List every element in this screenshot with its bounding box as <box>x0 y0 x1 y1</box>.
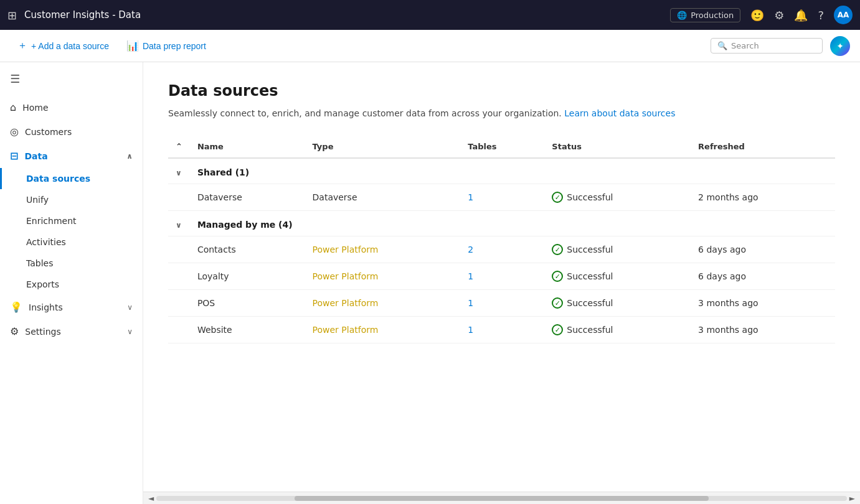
unify-label: Unify <box>26 195 49 205</box>
source-refreshed: 3 months ago <box>691 290 835 317</box>
sidebar-item-tables[interactable]: Tables <box>0 253 143 274</box>
layout: ☰ ⌂ Home ◎ Customers ⊟ Data ∧ Data sourc… <box>0 62 860 504</box>
gear-icon[interactable]: ⚙ <box>774 9 784 22</box>
table-row[interactable]: Dataverse Dataverse 1 ✓ Successful 2 mon… <box>168 184 835 211</box>
learn-link[interactable]: Learn about data sources <box>564 108 675 118</box>
horizontal-scrollbar[interactable]: ◄ ► <box>143 492 860 504</box>
col-sort[interactable]: ⌃ <box>168 136 190 158</box>
source-status: ✓ Successful <box>544 236 691 263</box>
copilot-button[interactable]: ✦ <box>830 36 850 56</box>
source-name: Dataverse <box>190 184 305 211</box>
settings-icon: ⚙ <box>10 325 19 337</box>
env-icon: 🌐 <box>677 11 687 20</box>
row-indent <box>168 317 190 343</box>
group-chevron[interactable]: ∨ <box>168 158 190 184</box>
tables-label: Tables <box>26 258 54 268</box>
scroll-thumb <box>295 496 709 501</box>
table-row[interactable]: Loyalty Power Platform 1 ✓ Successful 6 … <box>168 263 835 290</box>
bell-icon[interactable]: 🔔 <box>794 9 808 22</box>
sidebar-item-home[interactable]: ⌂ Home <box>0 95 143 119</box>
chevron-up-icon: ∧ <box>126 152 133 161</box>
page-title: Data sources <box>168 82 835 100</box>
environment-selector[interactable]: 🌐 Production <box>670 8 740 22</box>
source-name: Loyalty <box>190 263 305 290</box>
source-type: Power Platform <box>305 317 461 343</box>
sidebar-item-unify[interactable]: Unify <box>0 189 143 210</box>
sidebar-item-data-sources[interactable]: Data sources <box>0 168 143 189</box>
source-status: ✓ Successful <box>544 317 691 343</box>
sidebar-item-insights[interactable]: 💡 Insights ∨ <box>0 295 143 319</box>
col-tables[interactable]: Tables <box>460 136 544 158</box>
source-tables: 1 <box>460 317 544 343</box>
status-success-icon: ✓ <box>552 324 563 335</box>
source-refreshed: 3 months ago <box>691 317 835 343</box>
sidebar-item-activities[interactable]: Activities <box>0 231 143 253</box>
top-nav: ⊞ Customer Insights - Data 🌐 Production … <box>0 0 860 30</box>
sidebar-item-customers[interactable]: ◎ Customers <box>0 119 143 144</box>
source-type: Dataverse <box>305 184 461 211</box>
topnav-right: 🌐 Production 🙂 ⚙ 🔔 ? AA <box>670 6 853 24</box>
sidebar-data-label: Data <box>24 151 47 161</box>
row-indent <box>168 263 190 290</box>
status-text: Successful <box>567 298 613 308</box>
enrichment-label: Enrichment <box>26 216 77 226</box>
status-text: Successful <box>567 325 613 335</box>
page-subtitle: Seamlessly connect to, enrich, and manag… <box>168 108 835 118</box>
table-row[interactable]: Contacts Power Platform 2 ✓ Successful 6… <box>168 236 835 263</box>
search-icon: 🔍 <box>717 41 727 50</box>
source-refreshed: 6 days ago <box>691 263 835 290</box>
source-name: Contacts <box>190 236 305 263</box>
table-row[interactable]: POS Power Platform 1 ✓ Successful 3 mont… <box>168 290 835 317</box>
col-type[interactable]: Type <box>305 136 461 158</box>
activities-label: Activities <box>26 237 66 247</box>
status-success-icon: ✓ <box>552 192 563 203</box>
group-label: Managed by me (4) <box>190 211 835 236</box>
sidebar: ☰ ⌂ Home ◎ Customers ⊟ Data ∧ Data sourc… <box>0 62 143 504</box>
row-indent <box>168 290 190 317</box>
sidebar-item-data[interactable]: ⊟ Data ∧ <box>0 144 143 168</box>
plus-icon: ＋ <box>17 39 27 52</box>
source-tables: 1 <box>460 290 544 317</box>
search-box[interactable]: 🔍 Search <box>711 38 823 54</box>
col-status[interactable]: Status <box>544 136 691 158</box>
table-row[interactable]: Website Power Platform 1 ✓ Successful 3 … <box>168 317 835 343</box>
help-icon[interactable]: ? <box>818 9 824 22</box>
group-row-shared[interactable]: ∨ Shared (1) <box>168 158 835 184</box>
sidebar-item-enrichment[interactable]: Enrichment <box>0 210 143 231</box>
status-success-icon: ✓ <box>552 297 563 309</box>
source-refreshed: 2 months ago <box>691 184 835 211</box>
group-label: Shared (1) <box>190 158 835 184</box>
sidebar-item-exports[interactable]: Exports <box>0 274 143 295</box>
source-tables: 2 <box>460 236 544 263</box>
source-type: Power Platform <box>305 263 461 290</box>
scroll-track[interactable] <box>156 496 847 501</box>
report-icon: 📊 <box>126 40 139 52</box>
add-datasource-button[interactable]: ＋ + Add a data source <box>10 35 116 56</box>
data-sources-table: ⌃ Name Type Tables Status Refreshed ∨ Sh… <box>168 136 835 343</box>
scroll-right-arrow[interactable]: ► <box>849 494 855 503</box>
exports-label: Exports <box>26 279 59 289</box>
page-content: Data sources Seamlessly connect to, enri… <box>143 62 860 492</box>
status-text: Successful <box>567 245 613 254</box>
status-text: Successful <box>567 192 613 202</box>
sidebar-item-settings[interactable]: ⚙ Settings ∨ <box>0 319 143 343</box>
group-row-managed[interactable]: ∨ Managed by me (4) <box>168 211 835 236</box>
source-status: ✓ Successful <box>544 184 691 211</box>
source-tables: 1 <box>460 184 544 211</box>
col-name[interactable]: Name <box>190 136 305 158</box>
scroll-left-arrow[interactable]: ◄ <box>148 494 154 503</box>
sidebar-settings-label: Settings <box>25 327 60 337</box>
hamburger-menu[interactable]: ☰ <box>0 67 143 95</box>
group-chevron[interactable]: ∨ <box>168 211 190 236</box>
smiley-icon[interactable]: 🙂 <box>750 9 764 22</box>
grid-icon[interactable]: ⊞ <box>7 9 17 22</box>
env-label: Production <box>691 11 734 20</box>
copilot-icon: ✦ <box>836 41 844 51</box>
subtitle-text: Seamlessly connect to, enrich, and manag… <box>168 108 562 118</box>
sort-icon: ⌃ <box>176 142 182 151</box>
data-prep-report-button[interactable]: 📊 Data prep report <box>119 36 214 55</box>
source-name: Website <box>190 317 305 343</box>
avatar[interactable]: AA <box>834 6 853 24</box>
col-refreshed[interactable]: Refreshed <box>691 136 835 158</box>
data-icon: ⊟ <box>10 150 18 162</box>
